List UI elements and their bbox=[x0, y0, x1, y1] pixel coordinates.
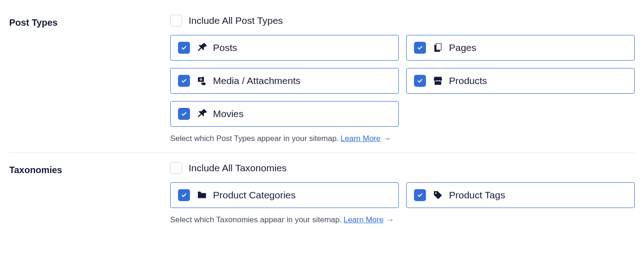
check-icon bbox=[180, 191, 188, 199]
card-label: Pages bbox=[449, 42, 477, 53]
svg-rect-9 bbox=[437, 44, 441, 50]
post-types-helper: Select which Post Types appear in your s… bbox=[170, 134, 635, 143]
card-label: Product Categories bbox=[213, 190, 296, 201]
svg-rect-15 bbox=[198, 191, 201, 192]
section-content-post-types: Include All Post Types Posts Pages bbox=[170, 15, 635, 143]
card-movies[interactable]: Movies bbox=[170, 101, 399, 127]
section-post-types: Post Types Include All Post Types Posts bbox=[9, 9, 635, 152]
pin-icon bbox=[196, 42, 207, 53]
check-icon bbox=[180, 44, 188, 51]
card-product-tags[interactable]: Product Tags bbox=[406, 182, 635, 208]
arrow-right-icon: → bbox=[383, 134, 391, 143]
pages-icon bbox=[432, 42, 443, 53]
include-all-post-types-label: Include All Post Types bbox=[189, 15, 283, 26]
checkbox-products[interactable] bbox=[414, 75, 426, 87]
learn-more-link[interactable]: Learn More bbox=[344, 215, 384, 225]
section-label-taxonomies: Taxonomies bbox=[9, 162, 170, 225]
checkbox-posts[interactable] bbox=[178, 42, 190, 54]
include-all-taxonomies-row[interactable]: Include All Taxonomies bbox=[170, 162, 635, 174]
check-icon bbox=[416, 77, 424, 84]
card-products[interactable]: Products bbox=[406, 68, 635, 94]
card-product-categories[interactable]: Product Categories bbox=[170, 182, 399, 208]
post-types-grid: Posts Pages Media / Attachments bbox=[170, 35, 635, 127]
svg-point-16 bbox=[435, 192, 437, 194]
section-content-taxonomies: Include All Taxonomies Product Categorie… bbox=[170, 162, 635, 225]
learn-more-link[interactable]: Learn More bbox=[340, 134, 380, 143]
checkbox-product-tags[interactable] bbox=[414, 189, 426, 201]
svg-point-12 bbox=[201, 79, 201, 80]
svg-rect-13 bbox=[202, 77, 204, 78]
taxonomies-helper: Select which Taxonomies appear in your s… bbox=[170, 215, 635, 225]
check-icon bbox=[180, 77, 188, 84]
helper-text: Select which Taxonomies appear in your s… bbox=[170, 215, 342, 225]
card-posts[interactable]: Posts bbox=[170, 35, 399, 61]
checkbox-product-categories[interactable] bbox=[178, 189, 190, 201]
checkbox-pages[interactable] bbox=[414, 42, 426, 54]
check-icon bbox=[180, 110, 188, 118]
include-all-taxonomies-label: Include All Taxonomies bbox=[189, 163, 287, 174]
card-label: Posts bbox=[213, 42, 237, 53]
checkbox-movies[interactable] bbox=[178, 108, 190, 120]
include-all-post-types-row[interactable]: Include All Post Types bbox=[170, 15, 635, 27]
check-icon bbox=[416, 44, 424, 51]
card-label: Products bbox=[449, 75, 487, 86]
checkbox-include-all-post-types[interactable] bbox=[170, 15, 182, 27]
folder-icon bbox=[196, 190, 207, 201]
taxonomies-grid: Product Categories Product Tags bbox=[170, 182, 635, 208]
section-label-post-types: Post Types bbox=[9, 15, 170, 143]
section-taxonomies: Taxonomies Include All Taxonomies Produc… bbox=[9, 152, 635, 234]
pin-icon bbox=[196, 108, 207, 119]
check-icon bbox=[416, 191, 424, 199]
card-label: Product Tags bbox=[449, 190, 505, 201]
helper-text: Select which Post Types appear in your s… bbox=[170, 134, 339, 143]
card-pages[interactable]: Pages bbox=[406, 35, 635, 61]
arrow-right-icon: → bbox=[386, 215, 394, 225]
tag-icon bbox=[432, 190, 443, 201]
store-icon bbox=[432, 75, 443, 86]
card-media[interactable]: Media / Attachments bbox=[170, 68, 399, 94]
checkbox-include-all-taxonomies[interactable] bbox=[170, 162, 182, 174]
media-icon bbox=[196, 75, 207, 86]
card-label: Media / Attachments bbox=[213, 75, 300, 86]
card-label: Movies bbox=[213, 108, 244, 119]
checkbox-media[interactable] bbox=[178, 75, 190, 87]
svg-rect-14 bbox=[201, 83, 204, 85]
